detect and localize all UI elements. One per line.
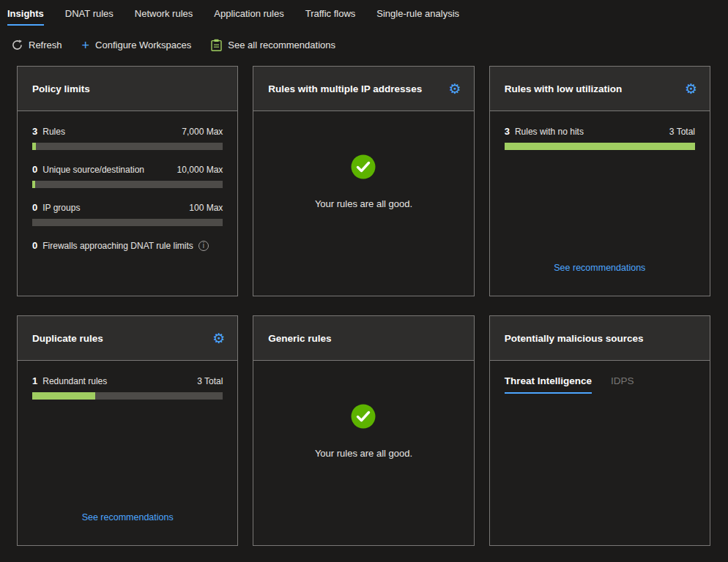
refresh-label: Refresh	[29, 40, 62, 50]
card-generic-rules-header: Generic rules	[253, 316, 473, 361]
metric-ip-groups-value: 0	[32, 202, 37, 213]
card-generic-rules-body: Your rules are all good.	[253, 361, 473, 545]
card-rules-low-utilization-header: Rules with low utilization ⚙	[490, 67, 710, 111]
metric-rules-label: Rules	[42, 127, 65, 137]
tab-dnat-rules[interactable]: DNAT rules	[65, 8, 114, 26]
card-rules-multiple-ip: Rules with multiple IP addresses ⚙ Your …	[253, 66, 474, 296]
card-duplicate-rules-body: 1 Redundant rules 3 Total See recommenda…	[18, 361, 237, 545]
malicious-sources-tab-bar: Threat Intelligence IDPS	[505, 375, 695, 394]
all-good-state: Your rules are all good.	[253, 403, 473, 459]
configure-workspaces-label: Configure Workspaces	[95, 40, 191, 50]
tab-traffic-flows[interactable]: Traffic flows	[305, 8, 356, 26]
metric-ip-groups-max: 100 Max	[189, 203, 223, 213]
dnat-limit-value: 0	[32, 240, 37, 251]
tab-idps[interactable]: IDPS	[611, 375, 634, 394]
metric-unique-progressbar	[32, 181, 223, 188]
metric-no-hits-progressbar	[505, 143, 695, 150]
metric-unique-value: 0	[32, 164, 37, 175]
all-good-state: Your rules are all good.	[253, 154, 473, 209]
card-rules-multiple-ip-header: Rules with multiple IP addresses ⚙	[253, 67, 473, 111]
see-all-recommendations-label: See all recommendations	[228, 40, 335, 50]
top-tab-bar: Insights DNAT rules Network rules Applic…	[0, 0, 728, 26]
info-icon[interactable]: i	[198, 241, 209, 251]
plus-icon: +	[82, 40, 90, 50]
check-circle-icon	[253, 154, 473, 180]
metric-no-hits-label: Rules with no hits	[515, 127, 584, 137]
tab-insights[interactable]: Insights	[7, 8, 44, 26]
metric-ip-groups-progressbar	[32, 219, 223, 226]
card-title: Policy limits	[32, 83, 90, 94]
metric-redundant-total: 3 Total	[197, 376, 223, 386]
tab-threat-intelligence[interactable]: Threat Intelligence	[505, 375, 592, 394]
card-rules-multiple-ip-body: Your rules are all good.	[253, 111, 473, 296]
see-recommendations-link[interactable]: See recommendations	[490, 263, 710, 273]
metric-redundant-label: Redundant rules	[42, 376, 107, 386]
dnat-limit-label: Firewalls approaching DNAT rule limits	[42, 241, 193, 251]
see-recommendations-link[interactable]: See recommendations	[18, 512, 237, 522]
tab-application-rules[interactable]: Application rules	[214, 8, 283, 26]
metric-redundant-progress-fill	[32, 392, 95, 400]
metric-unique-progress-fill	[32, 181, 35, 188]
all-good-message: Your rules are all good.	[253, 448, 473, 459]
card-title: Duplicate rules	[32, 333, 103, 344]
card-policy-limits: Policy limits 3 Rules 7,000 Max 0 Unique…	[17, 66, 238, 296]
settings-gear-icon[interactable]: ⚙	[212, 331, 225, 345]
metric-unique-source-destination: 0 Unique source/destination 10,000 Max	[32, 164, 223, 175]
metric-ip-groups-label: IP groups	[42, 203, 80, 213]
card-title: Rules with low utilization	[505, 83, 623, 94]
settings-gear-icon[interactable]: ⚙	[449, 82, 461, 96]
metric-no-hits-total: 3 Total	[669, 127, 695, 137]
settings-gear-icon[interactable]: ⚙	[685, 82, 697, 96]
tab-single-rule-analysis[interactable]: Single-rule analysis	[376, 8, 459, 26]
metric-no-hits-progress-fill	[505, 143, 695, 150]
card-policy-limits-body: 3 Rules 7,000 Max 0 Unique source/destin…	[18, 111, 237, 296]
metric-no-hits: 3 Rules with no hits 3 Total	[505, 126, 695, 137]
card-generic-rules: Generic rules Your rules are all good.	[253, 315, 474, 546]
see-all-recommendations-button[interactable]: See all recommendations	[211, 39, 335, 51]
metric-ip-groups: 0 IP groups 100 Max	[32, 202, 223, 213]
dnat-limit-footnote: 0 Firewalls approaching DNAT rule limits…	[32, 240, 223, 251]
metric-rules-max: 7,000 Max	[182, 127, 223, 137]
refresh-button[interactable]: Refresh	[12, 40, 62, 50]
card-malicious-sources-header: Potentially malicious sources	[490, 316, 710, 361]
metric-rules: 3 Rules 7,000 Max	[32, 126, 223, 137]
metric-rules-value: 3	[32, 126, 37, 137]
metric-unique-label: Unique source/destination	[42, 165, 144, 175]
all-good-message: Your rules are all good.	[253, 198, 473, 209]
metric-redundant-progressbar	[32, 392, 223, 400]
card-rules-low-utilization-body: 3 Rules with no hits 3 Total See recomme…	[490, 111, 710, 296]
card-rules-low-utilization: Rules with low utilization ⚙ 3 Rules wit…	[489, 66, 710, 296]
metric-rules-progressbar	[32, 143, 223, 150]
card-malicious-sources: Potentially malicious sources Threat Int…	[489, 315, 710, 546]
metric-redundant-value: 1	[32, 375, 37, 386]
metric-rules-progress-fill	[32, 143, 36, 150]
refresh-icon	[12, 40, 23, 50]
card-title: Generic rules	[268, 333, 331, 344]
metric-no-hits-value: 3	[505, 126, 510, 137]
metric-unique-max: 10,000 Max	[177, 165, 223, 175]
metric-redundant: 1 Redundant rules 3 Total	[32, 375, 223, 386]
insights-card-grid: Policy limits 3 Rules 7,000 Max 0 Unique…	[17, 66, 710, 546]
tab-network-rules[interactable]: Network rules	[135, 8, 193, 26]
card-duplicate-rules: Duplicate rules ⚙ 1 Redundant rules 3 To…	[17, 315, 238, 546]
command-bar: Refresh + Configure Workspaces See all r…	[0, 26, 728, 53]
card-malicious-sources-body: Threat Intelligence IDPS	[490, 361, 710, 545]
card-duplicate-rules-header: Duplicate rules ⚙	[18, 316, 237, 361]
check-circle-icon	[253, 403, 473, 430]
card-policy-limits-header: Policy limits	[18, 67, 237, 111]
card-title: Potentially malicious sources	[505, 333, 644, 344]
clipboard-icon	[211, 39, 222, 51]
configure-workspaces-button[interactable]: + Configure Workspaces	[82, 40, 192, 50]
card-title: Rules with multiple IP addresses	[268, 83, 422, 94]
